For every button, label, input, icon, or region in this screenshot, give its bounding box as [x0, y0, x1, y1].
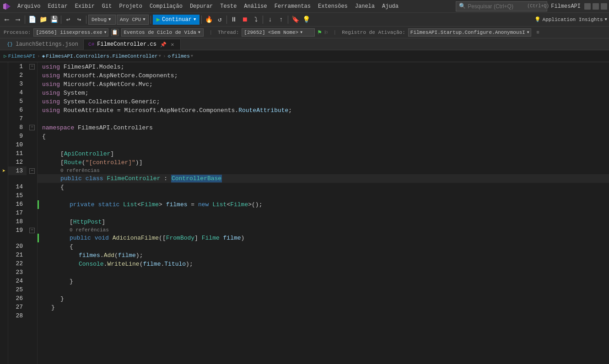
line-number-1[interactable]: 1 — [8, 62, 27, 71]
tab-filme-controller[interactable]: C# FilmeController.cs 📌 ✕ — [83, 39, 181, 50]
tab-launch-label: launchSettings.json — [16, 41, 78, 48]
process-bar: Processo: [25656] iisexpress.exe ▼ 📋 Eve… — [0, 27, 609, 38]
close-btn[interactable] — [601, 3, 607, 10]
toolbar-open-btn[interactable]: 📁 — [38, 15, 48, 25]
line-number-27[interactable]: 27 — [8, 303, 27, 311]
menu-extensoes[interactable]: Extensões — [314, 0, 351, 13]
line-number-28[interactable]: 28 — [8, 311, 27, 320]
tab-filme-pin-icon[interactable]: 📌 — [160, 41, 167, 48]
tab-launch-settings[interactable]: {} launchSettings.json — [2, 39, 83, 50]
line-number-26[interactable]: 26 — [8, 294, 27, 303]
line-number-5[interactable]: 5 — [8, 97, 27, 106]
minimize-btn[interactable] — [584, 3, 591, 10]
process-dropdown[interactable]: [25656] iisexpress.exe ▼ — [33, 28, 108, 37]
thread-dropdown[interactable]: [29652] <Sem Nome> ▼ — [242, 28, 315, 37]
code-line-4: using System; — [38, 89, 609, 97]
line-number-23[interactable]: 23 — [8, 268, 27, 277]
code-line-2: using Microsoft.AspNetCore.Components; — [38, 71, 609, 80]
line-number-10[interactable]: 10 — [8, 140, 27, 149]
menu-bar: Arquivo Editar Exibir Git Projeto Compil… — [0, 0, 609, 13]
code-line-16: private static List<Filme> filmes = new … — [38, 200, 609, 209]
tab-filme-close-btn[interactable]: ✕ — [169, 41, 176, 48]
toolbar-hot-reload-btn[interactable]: 🔥 — [204, 15, 214, 25]
toolbar-new-btn[interactable]: 📄 — [27, 15, 37, 25]
toolbar-sep-8 — [288, 16, 288, 24]
fold-icon-13[interactable]: − — [29, 168, 35, 174]
toolbar-step-into-btn[interactable]: ↓ — [265, 15, 275, 25]
activation-dropdown[interactable]: FilmesAPI.Startup.Configure.AnonymousI ▼ — [408, 28, 532, 37]
toolbar-insight-btn[interactable]: 💡 — [301, 15, 311, 25]
toolbar-bookmark-btn[interactable]: 🔖 — [290, 15, 300, 25]
code-line-10 — [38, 141, 609, 150]
menu-janela[interactable]: Janela — [351, 0, 378, 13]
line-number-17[interactable]: 17 — [8, 209, 27, 217]
debug-config-dropdown[interactable]: Debug ▼ — [88, 15, 116, 25]
line-number-8[interactable]: 8 — [8, 123, 27, 132]
process-icon-btn[interactable]: 📋 — [111, 29, 119, 36]
line-number-24[interactable]: 24 — [8, 277, 27, 285]
menu-projeto[interactable]: Projeto — [115, 0, 146, 13]
line-number-13[interactable]: 13 — [8, 166, 27, 175]
line-number-2[interactable]: 2 — [8, 71, 27, 80]
line-number-4[interactable]: 4 — [8, 88, 27, 97]
line-number-3[interactable]: 3 — [8, 80, 27, 88]
line-number-22[interactable]: 22 — [8, 259, 27, 268]
menu-compilacao[interactable]: Compilação — [146, 0, 186, 13]
toolbar-back-btn[interactable]: ⟵ — [2, 15, 12, 25]
breadcrumb-dropdown-1[interactable]: ◈ FilmesAPI.Controllers.FilmeController … — [42, 53, 161, 59]
line-number-21[interactable]: 21 — [8, 251, 27, 259]
code-editor[interactable]: using FilmesAPI.Models;using Microsoft.A… — [38, 62, 609, 364]
fold-icon-8[interactable]: − — [29, 125, 35, 130]
maximize-btn[interactable] — [593, 3, 599, 10]
breadcrumb-member[interactable]: ◇ filmes ▼ — [168, 53, 194, 59]
menu-editar[interactable]: Editar — [44, 0, 71, 13]
line-number-6[interactable]: 6 — [8, 106, 27, 114]
toolbar-stop-btn[interactable]: ⏹ — [240, 15, 250, 25]
menu-ajuda[interactable]: Ajuda — [378, 0, 402, 13]
menu-git[interactable]: Git — [98, 0, 116, 13]
fold-icon-19[interactable]: − — [29, 228, 35, 233]
line-number-11[interactable]: 11 — [8, 149, 27, 158]
search-shortcut: (Ctrl+Q) — [527, 4, 549, 9]
menu-exibir[interactable]: Exibir — [71, 0, 98, 13]
breadcrumb-arrow-1-icon: ▼ — [159, 54, 161, 59]
line-number-16[interactable]: 16 — [8, 200, 27, 209]
more-options-btn[interactable]: ≡ — [534, 29, 541, 36]
activation-label: Registro de Ativação: — [342, 30, 405, 35]
fold-icon-1[interactable]: − — [29, 64, 35, 70]
line-gutter: ➤ 12345678910111213141516171819202122232… — [0, 62, 38, 364]
menu-ferramentas[interactable]: Ferramentas — [271, 0, 314, 13]
app-insights-group: 💡 Application Insights ▼ — [534, 16, 607, 22]
search-input[interactable] — [468, 3, 527, 10]
search-box[interactable]: 🔍 (Ctrl+Q) — [456, 1, 547, 11]
continue-btn[interactable]: ▶ Continuar ▼ — [153, 15, 200, 25]
code-line-11: [ApiController] — [38, 150, 609, 158]
line-number-19[interactable]: 19 — [8, 226, 27, 235]
breadcrumb-bar: ▷ FilmesAPI › ◈ FilmesAPI.Controllers.Fi… — [0, 50, 609, 62]
platform-dropdown[interactable]: Any CPU ▼ — [117, 15, 149, 25]
process-value-text: [25656] iisexpress.exe — [36, 30, 102, 35]
menu-arquivo[interactable]: Arquivo — [14, 0, 44, 13]
line-number-9[interactable]: 9 — [8, 132, 27, 140]
line-number-14[interactable]: 14 — [8, 182, 27, 191]
menu-analise[interactable]: Análise — [240, 0, 270, 13]
line-number-18[interactable]: 18 — [8, 217, 27, 226]
line-number-15[interactable]: 15 — [8, 191, 27, 200]
toolbar-step-over-btn[interactable]: ⤵ — [251, 15, 261, 25]
toolbar-forward-btn[interactable]: ⟶ — [13, 15, 23, 25]
line-number-25[interactable]: 25 — [8, 285, 27, 294]
breadcrumb-project[interactable]: ▷ FilmesAPI — [4, 53, 35, 59]
menu-depurar[interactable]: Depurar — [186, 0, 216, 13]
insights-arrow-icon: ▼ — [605, 17, 607, 22]
line-number-12[interactable]: 12 — [8, 158, 27, 166]
toolbar-restart-btn[interactable]: ↺ — [215, 15, 225, 25]
toolbar-undo-btn[interactable]: ↩ — [63, 15, 73, 25]
menu-teste[interactable]: Teste — [216, 0, 240, 13]
line-number-20[interactable]: 20 — [8, 242, 27, 251]
lifecycle-dropdown[interactable]: Eventos de Ciclo de Vida ▼ — [121, 28, 204, 37]
line-number-7[interactable]: 7 — [8, 114, 27, 123]
toolbar-save-btn[interactable]: 💾 — [49, 15, 59, 25]
toolbar-redo-btn[interactable]: ↪ — [74, 15, 84, 25]
toolbar-pause-btn[interactable]: ⏸ — [229, 15, 239, 25]
toolbar-step-out-btn[interactable]: ↑ — [276, 15, 286, 25]
